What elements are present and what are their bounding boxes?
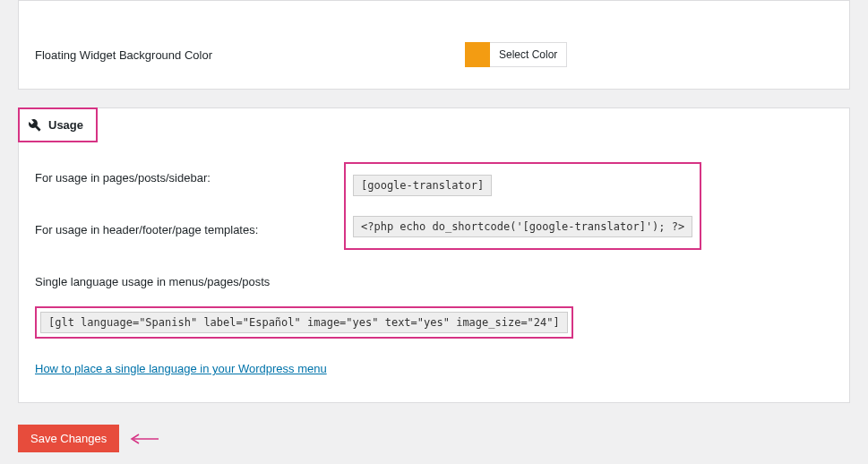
templates-usage-label: For usage in header/footer/page template…: [35, 223, 344, 236]
single-lang-highlight: [glt language="Spanish" label="Español" …: [35, 306, 573, 339]
floating-widget-panel: Floating Widget Background Color Select …: [18, 0, 850, 90]
color-swatch[interactable]: [465, 42, 490, 67]
single-lang-label: Single language usage in menus/pages/pos…: [35, 275, 833, 288]
pages-usage-code: [google-translator]: [353, 175, 492, 196]
single-lang-help-link[interactable]: How to place a single language in your W…: [35, 362, 327, 375]
save-row: Save Changes: [18, 425, 850, 452]
wrench-icon: [29, 119, 41, 132]
bg-color-row: Floating Widget Background Color Select …: [35, 42, 833, 67]
templates-usage-code: <?php echo do_shortcode('[google-transla…: [353, 216, 692, 237]
usage-tab-label: Usage: [48, 118, 83, 132]
arrow-annotation-icon: [128, 433, 160, 445]
usage-codes-highlight: [google-translator] <?php echo do_shortc…: [344, 162, 701, 250]
single-lang-code: [glt language="Spanish" label="Español" …: [40, 312, 568, 333]
save-changes-button[interactable]: Save Changes: [18, 425, 119, 452]
usage-panel: Usage For usage in pages/posts/sidebar: …: [18, 107, 850, 403]
pages-usage-label: For usage in pages/posts/sidebar:: [35, 171, 344, 185]
select-color-button[interactable]: Select Color: [490, 42, 567, 67]
usage-tab: Usage: [18, 107, 98, 142]
color-picker: Select Color: [465, 42, 567, 67]
bg-color-label: Floating Widget Background Color: [35, 48, 465, 62]
